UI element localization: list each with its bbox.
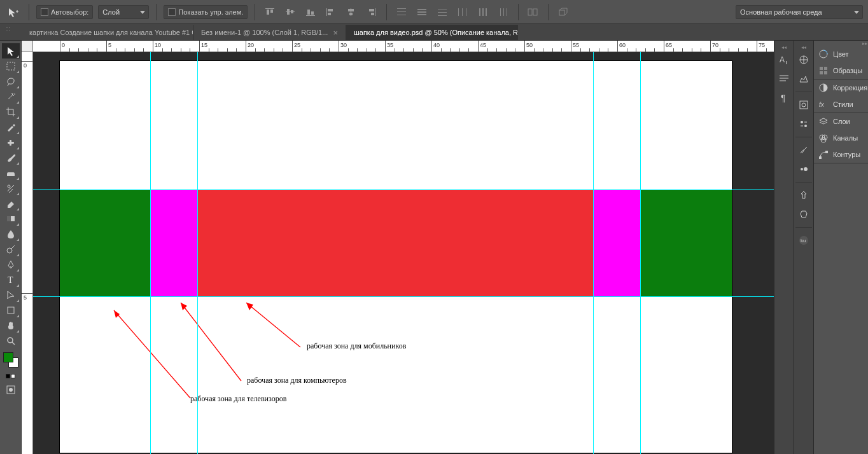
ruler-origin[interactable] [22, 41, 33, 52]
workspace-dropdown[interactable]: Основная рабочая среда [736, 5, 863, 19]
align-vcenter-button[interactable] [283, 5, 298, 19]
hand-tool[interactable] [2, 318, 20, 333]
history-brush-tool[interactable] [2, 181, 20, 196]
dock-handle[interactable]: ◂◂ [774, 45, 794, 50]
svg-rect-27 [458, 8, 459, 16]
distribute-right-button[interactable] [496, 5, 511, 19]
paths-icon [818, 149, 829, 160]
brush-tool[interactable] [2, 150, 20, 165]
brush-presets-icon[interactable] [794, 160, 813, 178]
magic-wand-tool[interactable] [2, 89, 20, 104]
separator [548, 4, 549, 20]
distribute-hcenter-button[interactable] [475, 5, 491, 19]
svg-marker-56 [246, 303, 253, 310]
tool-presets-icon[interactable] [794, 205, 813, 223]
svg-rect-6 [306, 15, 315, 16]
foreground-color-swatch[interactable] [3, 352, 13, 362]
close-icon[interactable]: × [333, 28, 338, 38]
desktop-zone-left [151, 189, 198, 296]
align-top-edges-button[interactable] [262, 5, 277, 19]
path-selection-tool[interactable] [2, 287, 20, 303]
healing-brush-tool[interactable] [2, 135, 20, 150]
paragraph-panel-icon[interactable] [774, 70, 794, 88]
align-bottom-edges-button[interactable] [303, 5, 318, 19]
svg-rect-39 [7, 62, 15, 70]
svg-point-66 [804, 167, 808, 171]
mobile-zone [198, 189, 594, 296]
default-colors-icon[interactable] [6, 374, 15, 378]
eraser-tool[interactable] [2, 196, 20, 211]
annotation-tv: рабочая зона для телевизоров [190, 394, 286, 404]
svg-text:fx: fx [819, 101, 825, 108]
lasso-tool[interactable] [2, 74, 20, 89]
character-panel-icon[interactable]: A [774, 51, 794, 69]
svg-rect-31 [482, 8, 484, 16]
horizontal-ruler[interactable]: 051015202530354045505560657075 [33, 41, 774, 52]
distribute-bottom-button[interactable] [435, 5, 450, 19]
separator [156, 4, 157, 20]
dodge-tool[interactable] [2, 242, 20, 257]
move-tool[interactable] [2, 43, 20, 58]
align-hcenter-button[interactable] [344, 5, 359, 19]
crop-tool[interactable] [2, 104, 20, 120]
svg-rect-16 [369, 9, 374, 11]
info-panel-icon[interactable] [794, 96, 813, 114]
paragraph-styles-icon[interactable]: ¶ [774, 89, 794, 107]
distribute-vcenter-button[interactable] [414, 5, 430, 19]
toolbox-handle[interactable]: ∷ [6, 28, 13, 31]
svg-rect-21 [417, 9, 426, 10]
dock-handle[interactable]: ◂◂ [794, 45, 813, 50]
channels-icon [818, 133, 829, 143]
canvas-viewport[interactable]: рабочая зона для мобильников рабочая зон… [33, 52, 774, 454]
histogram-panel-icon[interactable] [794, 70, 813, 88]
swatches-panel-tab[interactable]: Образцы [814, 62, 868, 79]
layers-panel-tab[interactable]: Слои [814, 113, 868, 130]
zoom-tool[interactable] [2, 333, 20, 348]
gradient-tool[interactable] [2, 211, 20, 226]
actions-panel-icon[interactable] [794, 186, 813, 204]
align-right-edges-button[interactable] [364, 5, 379, 19]
svg-rect-4 [287, 9, 290, 15]
auto-align-button[interactable] [526, 5, 541, 19]
clone-stamp-tool[interactable] [2, 165, 20, 181]
properties-panel-icon[interactable] [794, 115, 813, 133]
paths-panel-tab[interactable]: Контуры [814, 146, 868, 163]
styles-panel-tab[interactable]: fxСтили [814, 96, 868, 113]
adjustments-panel-tab[interactable]: Коррекция [814, 79, 868, 96]
3d-mode-button[interactable] [556, 5, 571, 19]
dock-handle[interactable]: ▸▸ [814, 41, 868, 46]
document-tab-active[interactable]: шапка для видео.psd @ 50% (Описание кана… [346, 25, 518, 40]
svg-rect-28 [462, 8, 463, 16]
svg-rect-38 [559, 10, 564, 15]
svg-rect-44 [7, 216, 11, 221]
brush-panel-icon[interactable] [794, 141, 813, 159]
quick-mask-toggle[interactable] [2, 382, 20, 397]
color-panel-tab[interactable]: Цвет [814, 46, 868, 62]
marquee-tool[interactable] [2, 58, 20, 74]
color-swatches[interactable] [2, 352, 20, 371]
desktop-zone-right [594, 189, 641, 296]
vertical-ruler[interactable]: 05 [22, 52, 33, 454]
document-tab[interactable]: картинка Создание шапки для канала Youtu… [22, 25, 193, 40]
pen-tool[interactable] [2, 257, 20, 272]
kuler-panel-icon[interactable]: ku [794, 231, 813, 249]
eyedropper-tool[interactable] [2, 120, 20, 135]
type-tool[interactable]: T [2, 272, 20, 287]
layer-group-dropdown[interactable]: Слой [98, 5, 149, 19]
blur-tool[interactable] [2, 226, 20, 242]
auto-select-checkbox[interactable]: Автовыбор: [36, 5, 93, 19]
svg-rect-61 [800, 101, 808, 109]
svg-rect-23 [417, 14, 426, 15]
show-transform-controls-checkbox[interactable]: Показать упр. элем. [164, 5, 248, 19]
svg-point-45 [7, 248, 12, 253]
shape-tool[interactable] [2, 303, 20, 318]
align-left-edges-button[interactable] [323, 5, 339, 19]
checkbox-icon [168, 8, 176, 16]
channels-panel-tab[interactable]: Каналы [814, 130, 868, 146]
svg-point-50 [9, 388, 13, 392]
distribute-left-button[interactable] [455, 5, 470, 19]
distribute-top-button[interactable] [394, 5, 409, 19]
checkbox-icon [41, 8, 48, 16]
navigator-panel-icon[interactable] [794, 51, 813, 69]
document-tab[interactable]: Без имени-1 @ 100% (Слой 1, RGB/1...× [193, 25, 346, 40]
